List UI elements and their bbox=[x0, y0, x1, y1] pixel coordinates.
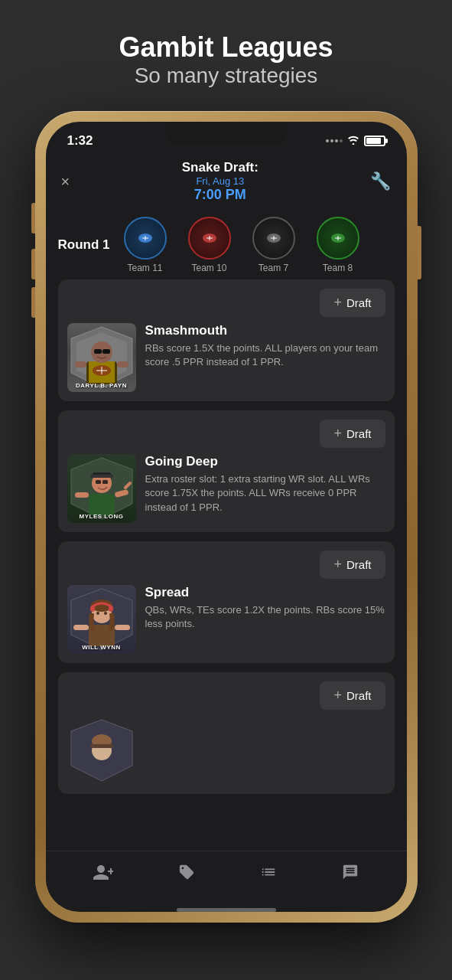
team-8-avatar bbox=[317, 217, 359, 260]
going-deep-title: Going Deep bbox=[145, 454, 385, 469]
dot1 bbox=[326, 139, 329, 142]
nav-add-player[interactable] bbox=[81, 859, 125, 890]
dot4 bbox=[340, 139, 343, 142]
svg-rect-26 bbox=[89, 494, 115, 515]
draft-button-label-2: Draft bbox=[346, 427, 372, 440]
svg-rect-43 bbox=[73, 625, 89, 630]
round-label: Round 1 bbox=[58, 237, 112, 253]
spread-desc: QBs, WRs, TEs score 1.2X the points. RBs… bbox=[145, 603, 385, 631]
draft-button-going-deep[interactable]: + Draft bbox=[320, 420, 385, 448]
round-row: Round 1 Team 11 Team 10 Team 7 bbox=[46, 211, 407, 279]
header-time: 7:00 PM bbox=[182, 187, 259, 203]
draft-button-label-3: Draft bbox=[346, 558, 372, 571]
going-deep-info: Going Deep Extra roster slot: 1 extra st… bbox=[145, 454, 385, 514]
svg-rect-48 bbox=[90, 744, 113, 748]
team-7-label: Team 7 bbox=[259, 263, 288, 273]
smashmouth-info: Smashmouth RBs score 1.5X the points. AL… bbox=[145, 323, 385, 369]
dot2 bbox=[330, 139, 333, 142]
going-deep-avatar: MYLES LONG bbox=[67, 454, 136, 523]
phone-shell: 1:32 × Snake Draft: F bbox=[35, 111, 418, 923]
team-10-avatar bbox=[188, 217, 231, 260]
svg-rect-20 bbox=[75, 361, 86, 368]
page-subtitle: So many strategies bbox=[135, 64, 318, 88]
team-11-avatar bbox=[124, 217, 167, 260]
draft-button-label: Draft bbox=[346, 296, 372, 309]
status-time: 1:32 bbox=[67, 133, 93, 149]
going-deep-desc: Extra roster slot: 1 extra starting WR s… bbox=[145, 472, 385, 514]
svg-rect-18 bbox=[102, 349, 110, 354]
dot3 bbox=[335, 139, 338, 142]
svg-point-41 bbox=[96, 612, 99, 615]
svg-rect-32 bbox=[75, 492, 89, 498]
draft-plus-icon-4: + bbox=[333, 688, 342, 704]
phone-screen: 1:32 × Snake Draft: F bbox=[46, 122, 407, 912]
strategy-smashmouth: + Draft bbox=[58, 279, 395, 401]
svg-rect-44 bbox=[115, 625, 130, 630]
spread-title: Spread bbox=[145, 585, 385, 600]
team-8-container[interactable]: Team 8 bbox=[307, 217, 369, 273]
close-button[interactable]: × bbox=[61, 173, 70, 191]
svg-rect-17 bbox=[94, 349, 102, 354]
signal-dots bbox=[326, 139, 343, 142]
smashmouth-avatar: DARYL B. PAYN bbox=[67, 323, 136, 392]
smashmouth-title: Smashmouth bbox=[145, 323, 385, 338]
tag-icon bbox=[178, 864, 195, 885]
battery-icon bbox=[364, 136, 385, 146]
nav-list[interactable] bbox=[248, 859, 289, 890]
add-player-icon bbox=[93, 864, 113, 885]
strategy-spread: + Draft bbox=[58, 541, 395, 663]
team-7-avatar bbox=[252, 217, 295, 260]
nav-tag[interactable] bbox=[166, 859, 207, 890]
draft-plus-icon-2: + bbox=[333, 426, 342, 442]
svg-point-42 bbox=[104, 612, 107, 615]
wifi-icon bbox=[347, 135, 359, 147]
svg-rect-29 bbox=[90, 475, 113, 478]
team-10-container[interactable]: Team 10 bbox=[179, 217, 240, 273]
nav-chat[interactable] bbox=[330, 859, 371, 890]
team-8-label: Team 8 bbox=[323, 263, 353, 273]
spread-avatar: WILL WYNN bbox=[67, 585, 136, 654]
team-11-label: Team 11 bbox=[127, 263, 162, 273]
phone-notch bbox=[165, 122, 288, 145]
team-7-container[interactable]: Team 7 bbox=[243, 217, 304, 273]
status-icons bbox=[326, 135, 385, 147]
svg-rect-30 bbox=[96, 480, 101, 484]
list-icon bbox=[260, 864, 277, 885]
draft-button-fourth[interactable]: + Draft bbox=[320, 681, 385, 710]
header-center: Snake Draft: Fri, Aug 13 7:00 PM bbox=[182, 160, 259, 203]
page-title: Gambit Leagues bbox=[119, 31, 333, 64]
draft-plus-icon-3: + bbox=[333, 557, 342, 573]
team-11-container[interactable]: Team 11 bbox=[115, 217, 176, 273]
spread-info: Spread QBs, WRs, TEs score 1.2X the poin… bbox=[145, 585, 385, 631]
svg-rect-31 bbox=[102, 480, 108, 484]
bottom-nav bbox=[46, 851, 407, 905]
strategy-going-deep: + Draft bbox=[58, 410, 395, 532]
fourth-avatar bbox=[67, 716, 136, 785]
draft-plus-icon: + bbox=[333, 295, 342, 311]
strategy-fourth: + Draft bbox=[58, 672, 395, 794]
chat-icon bbox=[342, 864, 359, 885]
home-indicator bbox=[177, 908, 276, 912]
app-header: × Snake Draft: Fri, Aug 13 7:00 PM 🔧 bbox=[46, 155, 407, 211]
smashmouth-desc: RBs score 1.5X the points. ALL players o… bbox=[145, 341, 385, 369]
team-10-label: Team 10 bbox=[191, 263, 226, 273]
draft-button-spread[interactable]: + Draft bbox=[320, 550, 385, 579]
svg-rect-21 bbox=[117, 361, 128, 368]
draft-button-smashmouth[interactable]: + Draft bbox=[320, 289, 385, 317]
scroll-content[interactable]: + Draft bbox=[46, 279, 407, 851]
settings-icon[interactable]: 🔧 bbox=[370, 172, 391, 191]
header-title: Snake Draft: bbox=[182, 160, 259, 175]
header-date: Fri, Aug 13 bbox=[182, 175, 259, 187]
draft-button-label-4: Draft bbox=[346, 689, 372, 702]
